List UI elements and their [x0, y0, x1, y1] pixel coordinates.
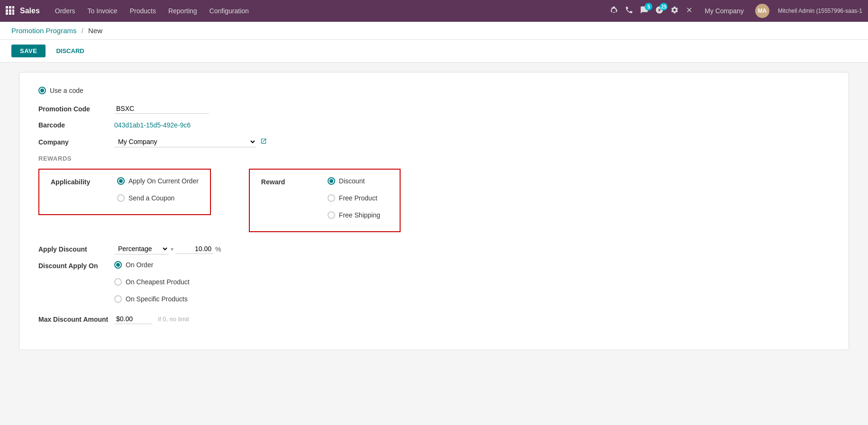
svg-rect-4 — [9, 9, 11, 12]
discount-value-input[interactable] — [175, 244, 213, 254]
company-row: Company My Company — [38, 136, 830, 147]
bug-icon[interactable] — [610, 6, 618, 16]
promotion-code-label: Promotion Code — [38, 105, 114, 113]
reward-box: Reward Discount Free Product — [249, 169, 401, 232]
discount-apply-on-row: Discount Apply On On Order On Cheapest P… — [38, 261, 830, 307]
discount-section: Apply Discount Percentage Fixed Amount ▾… — [38, 244, 830, 324]
free-shipping-option[interactable]: Free Shipping — [328, 211, 380, 219]
applicability-label: Applicability — [51, 177, 98, 207]
free-product-option[interactable]: Free Product — [328, 194, 380, 202]
apply-current-order-label: Apply On Current Order — [128, 177, 199, 185]
activity-icon[interactable]: 25 — [655, 6, 664, 16]
percentage-select[interactable]: Percentage Fixed Amount — [114, 244, 169, 254]
close-icon[interactable] — [685, 6, 693, 16]
discount-label: Discount — [339, 177, 365, 185]
use-code-label: Use a code — [50, 87, 83, 94]
main-content: Use a code Promotion Code Barcode 043d1a… — [0, 63, 868, 425]
on-specific-products-option[interactable]: On Specific Products — [114, 295, 190, 303]
promotion-code-row: Promotion Code — [38, 104, 830, 114]
promotion-code-input[interactable] — [114, 104, 209, 114]
chat-icon[interactable]: 5 — [640, 6, 649, 16]
apply-discount-label: Apply Discount — [38, 245, 114, 253]
on-specific-products-label: On Specific Products — [126, 295, 188, 303]
apply-discount-row: Apply Discount Percentage Fixed Amount ▾… — [38, 244, 830, 254]
rewards-section: Rewards Applicability Apply On Current O… — [38, 155, 830, 324]
nav-products[interactable]: Products — [125, 0, 161, 22]
use-code-row: Use a code — [38, 87, 830, 94]
send-coupon-option[interactable]: Send a Coupon — [117, 194, 199, 202]
on-cheapest-product-option[interactable]: On Cheapest Product — [114, 278, 190, 286]
company-label: Company — [38, 138, 114, 146]
free-product-radio[interactable] — [328, 194, 335, 202]
svg-rect-0 — [6, 6, 8, 9]
grid-icon[interactable] — [6, 6, 14, 16]
dropdown-arrow: ▾ — [171, 246, 174, 253]
max-discount-label: Max Discount Amount — [38, 316, 114, 323]
send-coupon-radio[interactable] — [117, 194, 125, 202]
nav-to-invoice[interactable]: To Invoice — [83, 0, 122, 22]
reward-options: Discount Free Product Free Shipping — [328, 177, 380, 224]
app-name: Sales — [20, 7, 40, 15]
on-order-radio[interactable] — [114, 261, 122, 269]
toolbar: SAVE DISCARD — [0, 40, 868, 63]
activity-badge: 25 — [660, 3, 667, 10]
svg-rect-1 — [9, 6, 11, 9]
svg-rect-6 — [6, 12, 8, 15]
free-product-label: Free Product — [339, 194, 377, 202]
rewards-grid: Applicability Apply On Current Order Sen… — [38, 169, 830, 232]
settings-icon[interactable] — [670, 6, 679, 16]
company-select[interactable]: My Company — [114, 136, 256, 147]
form-card: Use a code Promotion Code Barcode 043d1a… — [19, 72, 849, 350]
nav-reporting[interactable]: Reporting — [164, 0, 202, 22]
reward-label: Reward — [261, 177, 309, 224]
user-name: Mitchell Admin (15557996-saas-1 — [778, 8, 862, 14]
company-name: My Company — [704, 7, 743, 15]
on-specific-products-radio[interactable] — [114, 295, 122, 303]
applicability-box: Applicability Apply On Current Order Sen… — [38, 169, 211, 215]
apply-current-order-option[interactable]: Apply On Current Order — [117, 177, 199, 185]
nav-configuration[interactable]: Configuration — [205, 0, 254, 22]
svg-rect-8 — [12, 12, 14, 15]
use-code-radio[interactable] — [38, 87, 46, 94]
discount-options: On Order On Cheapest Product On Specific… — [114, 261, 190, 307]
breadcrumb: Promotion Programs / New — [0, 22, 868, 40]
free-shipping-label: Free Shipping — [339, 211, 380, 219]
discount-apply-on-label: Discount Apply On — [38, 261, 114, 270]
percent-sign: % — [215, 245, 221, 253]
breadcrumb-parent[interactable]: Promotion Programs — [11, 27, 77, 35]
top-navigation: Sales Orders To Invoice Products Reporti… — [0, 0, 868, 22]
apply-current-order-radio[interactable] — [117, 177, 125, 185]
nav-icons: 5 25 My Company MA Mitchell Admin (15557… — [610, 4, 862, 18]
nav-orders[interactable]: Orders — [50, 0, 80, 22]
barcode-label: Barcode — [38, 121, 114, 129]
save-button[interactable]: SAVE — [11, 45, 46, 57]
phone-icon[interactable] — [625, 6, 633, 16]
breadcrumb-current: New — [88, 27, 102, 35]
rewards-section-title: Rewards — [38, 155, 830, 162]
use-code-option[interactable]: Use a code — [38, 87, 830, 94]
svg-rect-3 — [6, 9, 8, 12]
discount-radio[interactable] — [328, 177, 335, 185]
free-shipping-radio[interactable] — [328, 211, 335, 219]
svg-rect-2 — [12, 6, 14, 9]
on-order-label: On Order — [126, 261, 153, 269]
discard-button[interactable]: DISCARD — [50, 45, 90, 57]
on-order-option[interactable]: On Order — [114, 261, 190, 269]
max-discount-input[interactable] — [114, 314, 152, 324]
applicability-options: Apply On Current Order Send a Coupon — [117, 177, 199, 207]
discount-option[interactable]: Discount — [328, 177, 380, 185]
max-discount-row: Max Discount Amount if 0, no limit — [38, 314, 830, 324]
on-cheapest-product-radio[interactable] — [114, 278, 122, 286]
svg-rect-7 — [9, 12, 11, 15]
svg-rect-5 — [12, 9, 14, 12]
send-coupon-label: Send a Coupon — [128, 194, 174, 202]
external-link-icon[interactable] — [260, 138, 267, 146]
barcode-row: Barcode 043d1ab1-15d5-492e-9c6 — [38, 121, 830, 129]
breadcrumb-separator: / — [82, 27, 83, 35]
on-cheapest-product-label: On Cheapest Product — [126, 278, 190, 286]
chat-badge: 5 — [645, 3, 652, 10]
barcode-value: 043d1ab1-15d5-492e-9c6 — [114, 121, 191, 129]
avatar[interactable]: MA — [755, 4, 769, 18]
max-discount-hint: if 0, no limit — [158, 316, 189, 323]
